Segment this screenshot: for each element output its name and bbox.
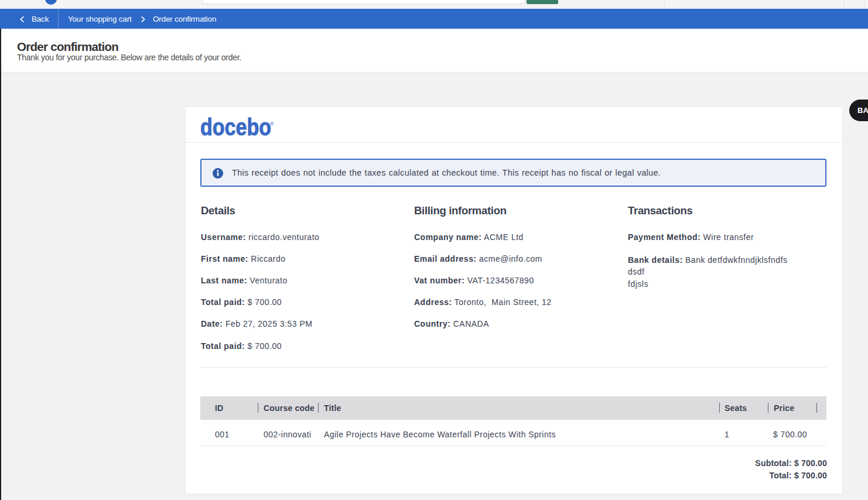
svg-text:®: ® — [270, 121, 274, 127]
svg-text:docebo: docebo — [200, 114, 271, 140]
